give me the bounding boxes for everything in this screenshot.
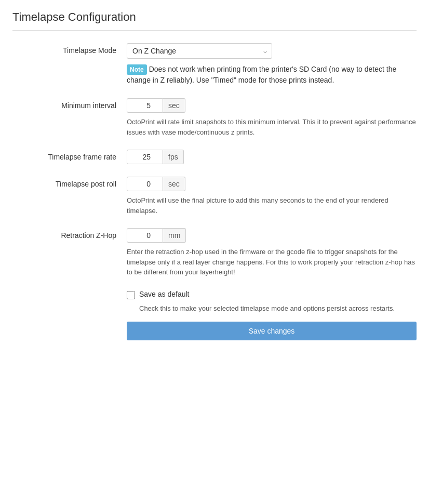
retraction-zhop-label: Retraction Z-Hop [12,228,127,240]
retraction-zhop-help: Enter the retraction z-hop used in the f… [127,247,417,277]
minimum-interval-content: sec OctoPrint will rate limit snapshots … [127,98,417,137]
timelapse-mode-select[interactable]: Off On Z Change Timed [127,43,272,59]
post-roll-label: Timelapse post roll [12,177,127,188]
retraction-zhop-unit: mm [163,228,186,243]
frame-rate-unit: fps [163,150,184,164]
minimum-interval-label: Minimum interval [12,98,127,110]
retraction-zhop-input[interactable] [127,228,163,243]
frame-rate-input-group: fps [127,150,417,164]
save-default-spacer [12,290,127,293]
note-text: Does not work when printing from the pri… [127,65,396,84]
frame-rate-input[interactable] [127,150,163,164]
save-default-label[interactable]: Save as default [139,290,190,298]
save-default-content: Save as default Check this to make your … [127,290,417,341]
minimum-interval-input[interactable] [127,98,163,113]
post-roll-input[interactable] [127,177,163,191]
page-title: Timelapse Configuration [12,10,417,31]
frame-rate-content: fps [127,150,417,164]
frame-rate-group: Timelapse frame rate fps [12,150,417,164]
post-roll-content: sec OctoPrint will use the final picture… [127,177,417,216]
timelapse-config-page: Timelapse Configuration Timelapse Mode O… [0,0,429,363]
post-roll-help: OctoPrint will use the final picture to … [127,195,417,216]
minimum-interval-group: Minimum interval sec OctoPrint will rate… [12,98,417,137]
timelapse-mode-select-wrapper: Off On Z Change Timed ⌵ [127,43,272,59]
post-roll-unit: sec [163,177,185,191]
retraction-zhop-group: Retraction Z-Hop mm Enter the retraction… [12,228,417,277]
note-badge: Note [127,64,147,75]
save-changes-button[interactable]: Save changes [127,322,417,340]
retraction-zhop-content: mm Enter the retraction z-hop used in th… [127,228,417,277]
post-roll-group: Timelapse post roll sec OctoPrint will u… [12,177,417,216]
save-default-checkbox[interactable] [127,291,135,299]
minimum-interval-help: OctoPrint will rate limit snapshots to t… [127,117,417,137]
save-default-help: Check this to make your selected timelap… [139,303,417,314]
timelapse-mode-note: NoteDoes not work when printing from the… [127,64,417,86]
minimum-interval-unit: sec [163,98,185,113]
timelapse-mode-label: Timelapse Mode [12,43,127,55]
timelapse-mode-group: Timelapse Mode Off On Z Change Timed ⌵ N… [12,43,417,86]
minimum-interval-input-group: sec [127,98,417,113]
retraction-zhop-input-group: mm [127,228,417,243]
post-roll-input-group: sec [127,177,417,191]
frame-rate-label: Timelapse frame rate [12,150,127,161]
timelapse-mode-content: Off On Z Change Timed ⌵ NoteDoes not wor… [127,43,417,86]
save-default-group: Save as default Check this to make your … [12,290,417,341]
save-default-checkbox-row: Save as default [127,290,417,299]
